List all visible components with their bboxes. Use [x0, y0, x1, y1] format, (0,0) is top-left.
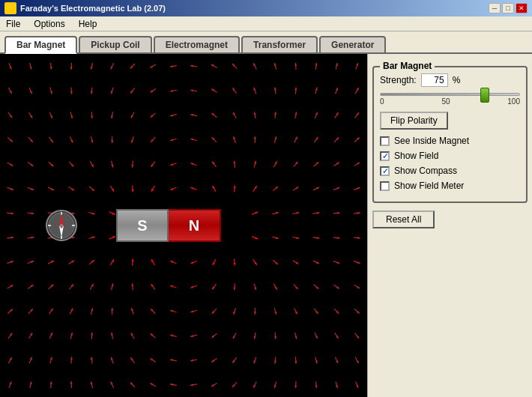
svg-marker-35 — [356, 63, 358, 66]
svg-marker-125 — [170, 139, 173, 141]
svg-marker-349 — [131, 308, 133, 311]
svg-point-488 — [60, 224, 63, 227]
show-field-label: Show Field — [394, 151, 438, 161]
menu-help[interactable]: Help — [76, 19, 100, 29]
show-field-meter-row: Show Field Meter — [380, 181, 520, 191]
magnet-north: N — [169, 209, 221, 242]
svg-marker-117 — [91, 140, 93, 143]
svg-marker-433 — [254, 360, 256, 363]
svg-marker-47 — [111, 91, 113, 94]
reset-all-button[interactable]: Reset All — [372, 210, 435, 228]
svg-marker-253 — [255, 237, 258, 239]
svg-marker-293 — [296, 261, 299, 264]
compass — [45, 209, 78, 242]
svg-marker-399 — [274, 336, 276, 339]
svg-marker-7 — [70, 67, 73, 70]
tab-pickup-coil[interactable]: Pickup Coil — [79, 36, 151, 52]
strength-unit: % — [453, 75, 461, 85]
maximize-button[interactable]: □ — [502, 3, 514, 13]
bar-magnet-panel: Bar Magnet Strength: 75 % 0 50 100 Flip … — [372, 66, 528, 203]
svg-marker-381 — [91, 333, 93, 336]
svg-marker-181 — [10, 188, 13, 190]
show-compass-row: ✓ Show Compass — [380, 166, 520, 176]
svg-marker-281 — [170, 261, 173, 263]
strength-slider[interactable]: 0 50 100 — [380, 93, 520, 106]
svg-marker-215 — [357, 187, 360, 190]
show-compass-label: Show Compass — [394, 166, 457, 176]
close-button[interactable]: ✕ — [516, 3, 528, 13]
svg-marker-163 — [190, 163, 193, 166]
window-title: Faraday's Electromagnetic Lab (2.07) — [20, 4, 166, 13]
svg-marker-401 — [294, 336, 297, 339]
slider-labels: 0 50 100 — [380, 97, 520, 106]
svg-marker-213 — [336, 187, 339, 190]
slider-track — [380, 93, 520, 96]
minimize-button[interactable]: ─ — [489, 3, 501, 13]
svg-marker-119 — [111, 140, 113, 143]
app-icon: ⚡ — [4, 2, 16, 14]
svg-marker-69 — [336, 88, 338, 91]
svg-marker-473 — [294, 385, 297, 388]
title-bar: ⚡ Faraday's Electromagnetic Lab (2.07) ─… — [0, 0, 532, 16]
strength-label: Strength: — [380, 75, 417, 85]
magnet-south: S — [116, 209, 169, 242]
svg-marker-411 — [30, 357, 32, 360]
strength-control: Strength: 75 % — [380, 73, 520, 87]
main-content: S N Bar Magnet Strength: 75 % 0 — [0, 54, 532, 397]
svg-marker-133 — [254, 136, 256, 139]
svg-marker-451 — [70, 381, 73, 384]
svg-marker-81 — [91, 116, 93, 119]
svg-marker-265 — [10, 261, 13, 263]
svg-marker-101 — [294, 112, 297, 115]
see-inside-magnet-row: See Inside Magnet — [380, 136, 520, 146]
svg-marker-319 — [190, 286, 193, 288]
simulation-area[interactable]: S N — [0, 54, 367, 397]
slider-thumb[interactable] — [480, 88, 489, 103]
svg-marker-127 — [190, 139, 193, 141]
show-field-meter-label: Show Field Meter — [394, 181, 464, 191]
svg-marker-299 — [357, 261, 360, 264]
tab-generator[interactable]: Generator — [319, 36, 386, 52]
title-bar-left: ⚡ Faraday's Electromagnetic Lab (2.07) — [4, 2, 166, 14]
right-panel: Bar Magnet Strength: 75 % 0 50 100 Flip … — [367, 54, 532, 397]
svg-marker-161 — [170, 163, 173, 166]
svg-marker-445 — [9, 381, 11, 384]
tab-bar-magnet[interactable]: Bar Magnet — [4, 36, 77, 54]
svg-marker-479 — [356, 385, 358, 388]
svg-marker-61 — [254, 88, 256, 91]
show-field-meter-checkbox[interactable] — [380, 181, 390, 191]
svg-marker-131 — [233, 136, 235, 139]
svg-marker-317 — [170, 285, 173, 288]
tab-electromagnet[interactable]: Electromagnet — [154, 36, 240, 52]
menu-bar: File Options Help — [0, 16, 532, 31]
svg-marker-1 — [9, 67, 11, 70]
svg-marker-347 — [111, 308, 113, 311]
svg-marker-121 — [131, 140, 133, 143]
flip-polarity-button[interactable]: Flip Polarity — [380, 112, 448, 130]
svg-marker-363 — [274, 312, 276, 315]
see-inside-magnet-label: See Inside Magnet — [394, 136, 469, 146]
panel-title: Bar Magnet — [380, 61, 435, 71]
svg-marker-209 — [296, 187, 299, 190]
svg-marker-355 — [190, 310, 193, 312]
show-field-checkbox[interactable]: ✓ — [380, 151, 390, 161]
svg-marker-135 — [274, 136, 276, 139]
svg-marker-283 — [190, 261, 193, 264]
tab-transformer[interactable]: Transformer — [241, 36, 318, 52]
svg-marker-99 — [274, 112, 276, 115]
see-inside-magnet-checkbox[interactable] — [380, 136, 390, 146]
svg-marker-359 — [233, 312, 235, 315]
svg-marker-197 — [170, 188, 173, 190]
tab-bar: Bar Magnet Pickup Coil Electromagnet Tra… — [0, 31, 532, 54]
menu-options[interactable]: Options — [31, 19, 67, 29]
magnet-container[interactable]: S N — [116, 209, 251, 242]
window-controls: ─ □ ✕ — [489, 3, 528, 13]
menu-file[interactable]: File — [3, 19, 23, 29]
svg-marker-441 — [336, 360, 338, 363]
strength-value[interactable]: 75 — [421, 73, 448, 87]
svg-marker-29 — [294, 63, 297, 66]
svg-marker-199 — [190, 187, 193, 190]
svg-marker-419 — [111, 357, 113, 360]
svg-marker-345 — [91, 308, 93, 311]
show-compass-checkbox[interactable]: ✓ — [380, 166, 390, 176]
